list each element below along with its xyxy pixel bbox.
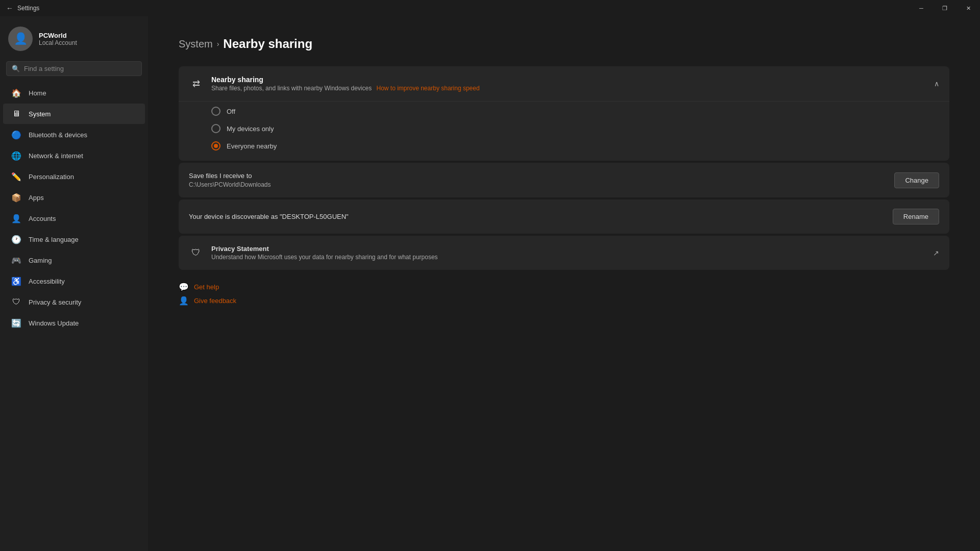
privacy-card-left: 🛡 Privacy Statement Understand how Micro… — [189, 245, 438, 261]
privacy-subtitle: Understand how Microsoft uses your data … — [211, 254, 438, 261]
accessibility-icon: ♿ — [11, 276, 21, 286]
bluetooth-icon: 🔵 — [11, 130, 21, 140]
footer-links: 💬 Get help 👤 Give feedback — [179, 282, 949, 306]
page-title: Nearby sharing — [223, 37, 312, 51]
help-icon: 💬 — [179, 282, 189, 292]
save-files-info: Save files I receive to C:\Users\PCWorld… — [189, 172, 271, 188]
card-subtitle: Share files, photos, and links with near… — [211, 85, 480, 92]
sidebar-item-network[interactable]: 🌐 Network & internet — [3, 145, 145, 166]
save-files-card: Save files I receive to C:\Users\PCWorld… — [179, 163, 949, 197]
sidebar-item-time[interactable]: 🕐 Time & language — [3, 229, 145, 249]
sidebar-item-personalization[interactable]: ✏️ Personalization — [3, 166, 145, 187]
sidebar-item-label: Windows Update — [29, 319, 79, 327]
sidebar-item-label: Home — [29, 89, 46, 97]
get-help-link[interactable]: 💬 Get help — [179, 282, 949, 292]
save-files-path: C:\Users\PCWorld\Downloads — [189, 181, 271, 188]
radio-label-my_devices: My devices only — [227, 125, 274, 133]
radio-off[interactable]: Off — [211, 107, 939, 116]
close-button[interactable]: ✕ — [957, 0, 980, 16]
profile-info: PCWorld Local Account — [39, 32, 77, 46]
privacy-card-text: Privacy Statement Understand how Microso… — [211, 245, 438, 261]
radio-circle-off — [211, 107, 220, 116]
sidebar-item-home[interactable]: 🏠 Home — [3, 83, 145, 103]
privacy-title: Privacy Statement — [211, 245, 438, 253]
main-content: System › Nearby sharing ⇄ Nearby sharing… — [148, 16, 980, 551]
radio-circle-everyone — [211, 141, 220, 151]
titlebar-left: ← Settings — [6, 4, 39, 12]
personalization-icon: ✏️ — [11, 171, 21, 182]
restore-button[interactable]: ❐ — [933, 0, 957, 16]
sidebar-item-label: Apps — [29, 194, 44, 202]
nav-list: 🏠 Home 🖥 System 🔵 Bluetooth & devices 🌐 … — [0, 82, 148, 334]
update-icon: 🔄 — [11, 318, 21, 328]
accounts-icon: 👤 — [11, 213, 21, 223]
apps-icon: 📦 — [11, 192, 21, 203]
sidebar-item-privacy[interactable]: 🛡 Privacy & security — [3, 292, 145, 312]
device-row: Your device is discoverable as "DESKTOP-… — [179, 199, 949, 234]
privacy-icon: 🛡 — [11, 297, 21, 307]
sidebar-item-label: Accounts — [29, 215, 56, 222]
network-icon: 🌐 — [11, 151, 21, 161]
rename-button[interactable]: Rename — [893, 209, 939, 224]
radio-label-everyone: Everyone nearby — [227, 142, 277, 150]
sidebar-item-label: Gaming — [29, 257, 52, 264]
shield-icon: 🛡 — [189, 246, 203, 260]
sidebar-item-label: Bluetooth & devices — [29, 131, 87, 139]
card-header-text: Nearby sharing Share files, photos, and … — [211, 76, 480, 92]
sidebar-item-label: System — [29, 110, 51, 118]
feedback-icon: 👤 — [179, 296, 189, 306]
get-help-label: Get help — [194, 283, 219, 291]
radio-circle-my_devices — [211, 124, 220, 133]
device-text: Your device is discoverable as "DESKTOP-… — [189, 213, 349, 220]
collapse-icon[interactable]: ∧ — [934, 80, 939, 88]
change-button[interactable]: Change — [894, 172, 939, 188]
profile-sub: Local Account — [39, 39, 77, 46]
sidebar: 👤 PCWorld Local Account 🔍 🏠 Home 🖥 Syste… — [0, 16, 148, 551]
sidebar-item-update[interactable]: 🔄 Windows Update — [3, 313, 145, 333]
radio-everyone[interactable]: Everyone nearby — [211, 141, 939, 151]
profile-name: PCWorld — [39, 32, 77, 39]
sidebar-item-label: Time & language — [29, 236, 79, 243]
search-input[interactable] — [24, 65, 136, 72]
sidebar-item-label: Accessibility — [29, 278, 65, 285]
radio-label-off: Off — [227, 108, 235, 115]
share-icon: ⇄ — [189, 77, 203, 91]
search-box[interactable]: 🔍 — [6, 61, 142, 76]
card-header: ⇄ Nearby sharing Share files, photos, an… — [179, 66, 949, 101]
save-files-title: Save files I receive to — [189, 172, 271, 180]
titlebar-controls: ─ ❐ ✕ — [910, 0, 980, 16]
titlebar: ← Settings ─ ❐ ✕ — [0, 0, 980, 16]
improve-speed-link[interactable]: How to improve nearby sharing speed — [377, 85, 480, 92]
back-button[interactable]: ← — [6, 4, 13, 12]
breadcrumb-chevron: › — [217, 40, 219, 48]
card-header-left: ⇄ Nearby sharing Share files, photos, an… — [189, 76, 480, 92]
app-title: Settings — [17, 5, 39, 12]
external-link-icon: ↗ — [933, 249, 939, 257]
avatar: 👤 — [8, 27, 33, 51]
give-feedback-label: Give feedback — [194, 297, 236, 305]
sidebar-item-label: Privacy & security — [29, 298, 81, 306]
radio-group: Off My devices only Everyone nearby — [179, 101, 949, 161]
privacy-card[interactable]: 🛡 Privacy Statement Understand how Micro… — [179, 236, 949, 270]
profile-section[interactable]: 👤 PCWorld Local Account — [0, 16, 148, 59]
sidebar-item-label: Network & internet — [29, 152, 83, 160]
radio-my_devices[interactable]: My devices only — [211, 124, 939, 133]
system-icon: 🖥 — [11, 109, 21, 119]
sidebar-item-label: Personalization — [29, 173, 74, 181]
sidebar-item-bluetooth[interactable]: 🔵 Bluetooth & devices — [3, 124, 145, 145]
minimize-button[interactable]: ─ — [910, 0, 933, 16]
sidebar-item-accessibility[interactable]: ♿ Accessibility — [3, 271, 145, 291]
sidebar-item-gaming[interactable]: 🎮 Gaming — [3, 250, 145, 270]
sidebar-item-apps[interactable]: 📦 Apps — [3, 187, 145, 208]
save-files-row: Save files I receive to C:\Users\PCWorld… — [179, 163, 949, 197]
breadcrumb-parent: System — [179, 38, 213, 50]
sidebar-item-system[interactable]: 🖥 System — [3, 104, 145, 124]
card-title: Nearby sharing — [211, 76, 480, 84]
time-icon: 🕐 — [11, 234, 21, 244]
home-icon: 🏠 — [11, 88, 21, 98]
nearby-sharing-card: ⇄ Nearby sharing Share files, photos, an… — [179, 66, 949, 161]
device-card: Your device is discoverable as "DESKTOP-… — [179, 199, 949, 234]
sidebar-item-accounts[interactable]: 👤 Accounts — [3, 208, 145, 229]
give-feedback-link[interactable]: 👤 Give feedback — [179, 296, 949, 306]
app-body: 👤 PCWorld Local Account 🔍 🏠 Home 🖥 Syste… — [0, 16, 980, 551]
